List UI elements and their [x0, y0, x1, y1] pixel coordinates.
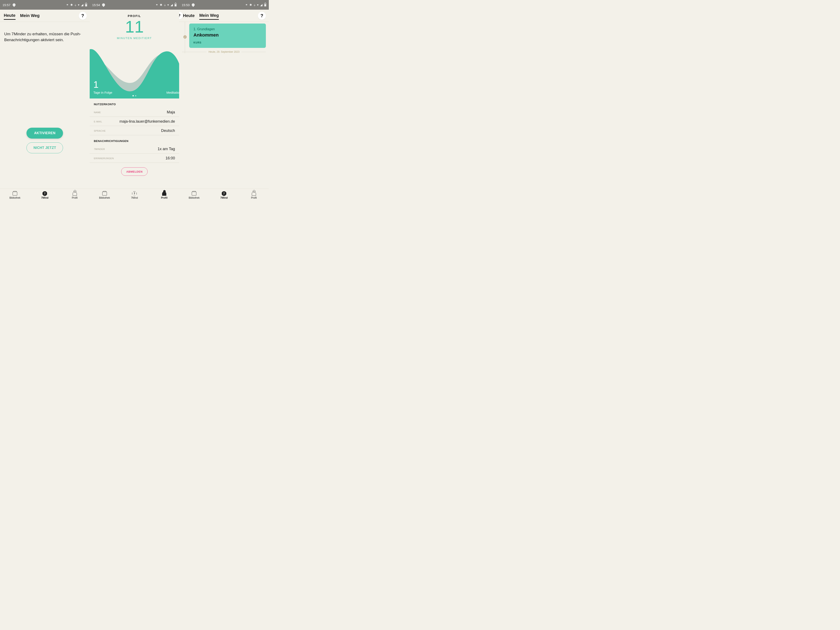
stats-wave-chart[interactable]: 1 Tage in Folge Meditatio [90, 41, 179, 98]
logout-button[interactable]: ABMELDEN [121, 167, 148, 176]
row-email[interactable]: E-MAIL maja-lina.lauer@funkemedien.de [90, 117, 179, 126]
row-7minder[interactable]: 7MINDER 1x am Tag [90, 144, 179, 153]
nav-bibliothek[interactable]: Bibliothek [0, 189, 30, 202]
tab-mein-weg[interactable]: Mein Weg [199, 12, 219, 20]
nav-bibliothek[interactable]: Bibliothek [90, 189, 120, 202]
course-kind: KURS [193, 41, 262, 44]
row-label: E-MAIL [94, 120, 113, 123]
row-name[interactable]: NAME Maja [90, 107, 179, 117]
bluetooth-icon: ✱ [70, 3, 73, 6]
profile-icon [73, 191, 77, 196]
vibrate-icon: ⏚ [164, 3, 166, 6]
bluetooth-icon: ✱ [160, 3, 162, 6]
nav-label: Bibliothek [99, 196, 110, 199]
library-icon [13, 192, 17, 196]
status-bar: 15:53 ⚭ ✱ ⏚ ▾ ◢ [179, 0, 269, 9]
nav-label: Bibliothek [9, 196, 21, 199]
row-value: 1x am Tag [158, 147, 175, 151]
course-card[interactable]: 1. Grundlagen Ankommen KURS [189, 24, 266, 48]
library-icon [192, 192, 196, 196]
status-time: 15:54 [92, 3, 100, 7]
battery-icon [264, 3, 266, 6]
date-text: Heute, 29. September 2023 [208, 51, 239, 53]
help-button[interactable]: ? [258, 12, 266, 20]
bottom-nav: Bibliothek 7 7Mind Profil [90, 189, 179, 202]
battery-icon [85, 3, 87, 6]
bluetooth-icon: ✱ [249, 3, 252, 6]
date-divider: Heute, 29. September 2023 [182, 51, 266, 53]
library-icon [102, 192, 107, 196]
section-notifications: BENACHRICHTIGUNGEN [90, 135, 179, 144]
nav-label: Bibliothek [189, 196, 199, 199]
minutes-label: MINUTEN MEDITIERT [90, 36, 179, 40]
timeline: ✓ 1. Grundlagen Ankommen KURS Heute, 29.… [179, 22, 269, 53]
nav-label: Profil [161, 196, 167, 199]
vibrate-icon: ⏚ [74, 3, 76, 6]
nav-profil[interactable]: Profil [149, 189, 179, 202]
not-now-button[interactable]: NICHT JETZT [27, 142, 63, 153]
tab-heute[interactable]: Heute [183, 12, 195, 19]
row-label: SPRACHE [94, 129, 113, 132]
nav-bibliothek[interactable]: Bibliothek [179, 189, 209, 202]
activate-button[interactable]: AKTIVIEREN [27, 128, 63, 139]
dot-icon [133, 95, 134, 96]
status-icons: ⚭ ✱ ⏚ ▾ ◢ [66, 3, 87, 6]
timeline-check-icon: ✓ [183, 35, 187, 39]
profile-icon [162, 191, 166, 196]
row-label: 7MINDER [94, 148, 113, 150]
carrier-logo-icon [12, 3, 16, 7]
nav-label: Profil [251, 196, 257, 199]
nav-profil[interactable]: Profil [60, 189, 90, 202]
stat-right-label: Meditatio [166, 91, 179, 94]
minutes-number: 11 [90, 19, 179, 35]
dot-icon [135, 95, 136, 96]
help-button[interactable]: ? [79, 12, 87, 20]
tab-heute[interactable]: Heute [4, 12, 16, 20]
carrier-logo-icon [101, 3, 106, 7]
vibrate-icon: ⏚ [254, 3, 255, 6]
row-value: Deutsch [161, 128, 175, 133]
nav-profil[interactable]: Profil [239, 189, 269, 202]
row-value: 16:00 [166, 156, 175, 160]
signal-icon: ◢ [171, 3, 173, 6]
wifi-icon: ▾ [257, 3, 259, 6]
nav-7mind[interactable]: 7 7Mind [30, 189, 60, 202]
row-language[interactable]: SPRACHE Deutsch [90, 126, 179, 135]
action-buttons: AKTIVIEREN NICHT JETZT [0, 128, 90, 153]
screen-mein-weg: 15:53 ⚭ ✱ ⏚ ▾ ◢ ? Heute Mein Weg ? ✓ 1. … [179, 0, 269, 202]
sevenmind-icon: 7 [222, 191, 226, 196]
status-bar: 15:54 ⚭ ✱ ⏚ ▾ ◢ [90, 0, 179, 9]
course-chapter: 1. Grundlagen [193, 27, 262, 31]
row-reminders[interactable]: ERINNERUNGEN 16:00 [90, 153, 179, 163]
streak-label: Tage in Folge [93, 91, 112, 94]
row-label: NAME [94, 111, 113, 114]
tab-mein-weg[interactable]: Mein Weg [20, 12, 40, 19]
status-icons: ⚭ ✱ ⏚ ▾ ◢ [245, 3, 266, 6]
nav-label: 7Mind [220, 196, 227, 199]
screen-profil: 15:54 ⚭ ✱ ⏚ ▾ ◢ PROFIL 11 MINUTEN MEDITI… [90, 0, 179, 202]
carrier-logo-icon [191, 3, 195, 7]
link-icon: ⚭ [245, 3, 248, 6]
profile-icon [252, 191, 256, 196]
page-dots[interactable] [133, 95, 136, 96]
nav-label: 7Mind [131, 196, 138, 199]
course-title: Ankommen [193, 32, 262, 38]
status-time: 15:57 [3, 3, 11, 7]
status-icons: ⚭ ✱ ⏚ ▾ ◢ [156, 3, 177, 6]
streak-number: 1 [93, 79, 112, 90]
status-bar: 15:57 ⚭ ✱ ⏚ ▾ ◢ [0, 0, 90, 9]
nav-7mind[interactable]: 7 7Mind [209, 189, 239, 202]
status-time: 15:53 [182, 3, 189, 7]
signal-icon: ◢ [260, 3, 262, 6]
screen-heute: 15:57 ⚭ ✱ ⏚ ▾ ◢ Heute Mein Weg ? Um 7Min… [0, 0, 90, 202]
streak-block: 1 Tage in Folge [93, 79, 112, 94]
battery-icon [175, 3, 177, 6]
link-icon: ⚭ [66, 3, 69, 6]
top-tabs: Heute Mein Weg ? [179, 9, 269, 22]
logout-wrap: ABMELDEN [90, 163, 179, 191]
wifi-icon: ▾ [78, 3, 79, 6]
section-account: NUTZERKONTO [90, 98, 179, 107]
nav-label: Profil [72, 196, 77, 199]
bottom-nav: Bibliothek 7 7Mind Profil [0, 189, 90, 202]
nav-7mind[interactable]: 7 7Mind [120, 189, 149, 202]
